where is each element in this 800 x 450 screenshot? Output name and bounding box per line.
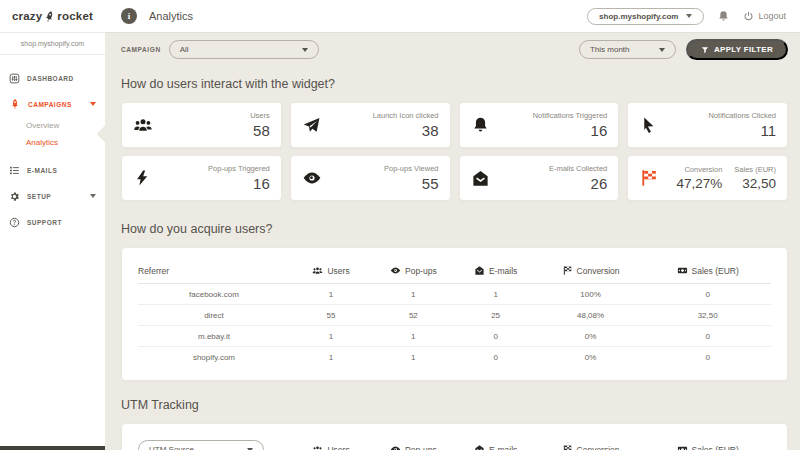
gear-icon bbox=[9, 191, 20, 202]
logout-button[interactable]: Logout bbox=[743, 11, 786, 22]
power-icon bbox=[743, 11, 754, 22]
stat-card-launch-icon-clicked: Launch Icon clicked38 bbox=[290, 102, 451, 148]
stat-label: Notifications Clicked bbox=[708, 111, 776, 120]
flag-icon bbox=[562, 265, 573, 276]
cell-conversion: 0% bbox=[537, 332, 645, 341]
logo-rocket-icon bbox=[42, 8, 58, 24]
sidebar-item-analytics[interactable]: Analytics bbox=[0, 134, 105, 151]
stat-label: Users bbox=[250, 111, 270, 120]
eye-icon bbox=[390, 265, 401, 276]
cell-popups: 1 bbox=[372, 332, 454, 341]
column-header-label: Sales (EUR) bbox=[692, 266, 739, 276]
sidebar-item-label: CAMPAIGNS bbox=[28, 101, 72, 108]
column-header-label: E-mails bbox=[489, 445, 517, 450]
analytics-app: crazy rocket shop.myshopify.com DASHBOAR… bbox=[0, 0, 800, 450]
sidebar-item-campaigns[interactable]: CAMPAIGNS bbox=[0, 91, 105, 117]
logo-text-right: rocket bbox=[57, 10, 93, 22]
cell-referrer: m.ebay.it bbox=[138, 332, 290, 341]
cell-emails: 0 bbox=[454, 353, 536, 362]
period-select[interactable]: This month bbox=[579, 40, 676, 59]
users-icon bbox=[312, 265, 323, 276]
rocket-icon bbox=[9, 98, 21, 110]
column-header-sales: Sales (EUR) bbox=[644, 444, 771, 450]
topbar: i Analytics shop.myshopify.com Logout bbox=[105, 0, 800, 33]
column-header-users: Users bbox=[290, 444, 372, 450]
cell-referrer: direct bbox=[138, 311, 290, 320]
stat-card-notifications-triggered: Notifications Triggered16 bbox=[459, 102, 620, 148]
stat-card-emails-collected: E-mails Collected26 bbox=[459, 155, 620, 201]
cell-emails: 0 bbox=[454, 332, 536, 341]
logout-label: Logout bbox=[758, 11, 786, 21]
stat-value: 55 bbox=[384, 175, 438, 192]
stat-cards-grid: Users58 Launch Icon clicked38 Notificati… bbox=[121, 102, 788, 201]
stat-label: Pop-ups Viewed bbox=[384, 164, 438, 173]
campaign-filter-label: CAMPAIGN bbox=[121, 46, 161, 53]
topbar-right: shop.myshopify.com Logout bbox=[587, 8, 786, 25]
column-header-label: E-mails bbox=[489, 266, 517, 276]
stat-value: 11 bbox=[708, 122, 776, 139]
cell-popups: 1 bbox=[372, 290, 454, 299]
column-header-users: Users bbox=[290, 265, 372, 276]
banknote-icon bbox=[677, 444, 688, 450]
acquire-heading: How do you acquire users? bbox=[121, 222, 788, 236]
envelope-icon bbox=[474, 444, 485, 450]
stat-value: 16 bbox=[208, 175, 270, 192]
stat-value: 16 bbox=[533, 122, 608, 139]
lightning-icon bbox=[133, 169, 151, 187]
bell-icon[interactable] bbox=[717, 10, 730, 23]
cell-referrer: shopify.com bbox=[138, 353, 290, 362]
campaign-select[interactable]: All bbox=[169, 40, 319, 59]
sidebar-item-label: SUPPORT bbox=[27, 219, 62, 226]
apply-filter-label: APPLY FILTER bbox=[714, 45, 773, 54]
cell-referrer: facebook.com bbox=[138, 290, 290, 299]
sidebar-item-dashboard[interactable]: DASHBOARD bbox=[0, 65, 105, 91]
sidebar-item-label: E-MAILS bbox=[27, 167, 57, 174]
utm-heading: UTM Tracking bbox=[121, 398, 788, 412]
apply-filter-button[interactable]: APPLY FILTER bbox=[686, 39, 788, 60]
stat-card-popups-triggered: Pop-ups Triggered16 bbox=[121, 155, 282, 201]
banknote-icon bbox=[677, 265, 688, 276]
users-icon bbox=[133, 115, 153, 135]
shop-selector-button[interactable]: shop.myshopify.com bbox=[587, 8, 704, 25]
sidebar-item-setup[interactable]: SETUP bbox=[0, 183, 105, 209]
shop-selector-label: shop.myshopify.com bbox=[599, 12, 678, 21]
utm-tracking-panel: UTM Source Users Pop-ups E-mail bbox=[121, 423, 788, 450]
sidebar-item-overview[interactable]: Overview bbox=[0, 117, 105, 134]
sidebar-footer-bar bbox=[0, 446, 105, 450]
info-icon: i bbox=[121, 8, 137, 24]
stat-label: Pop-ups Triggered bbox=[208, 164, 270, 173]
stat-card-popups-viewed: Pop-ups Viewed55 bbox=[290, 155, 451, 201]
logo: crazy rocket bbox=[0, 0, 105, 33]
column-header-label: Users bbox=[327, 266, 349, 276]
stat-card-users: Users58 bbox=[121, 102, 282, 148]
envelope-icon bbox=[474, 265, 485, 276]
sidebar-item-support[interactable]: SUPPORT bbox=[0, 209, 105, 235]
chevron-down-icon bbox=[90, 102, 96, 106]
utm-source-cell: UTM Source bbox=[138, 440, 290, 450]
stat-label: Launch Icon clicked bbox=[373, 111, 439, 120]
column-header-label: Users bbox=[327, 445, 349, 450]
envelope-icon bbox=[471, 169, 490, 188]
sidebar-item-label: DASHBOARD bbox=[27, 75, 74, 82]
cell-conversion: 100% bbox=[537, 290, 645, 299]
content: How do users interact with the widget? U… bbox=[105, 77, 800, 450]
cell-sales: 32,50 bbox=[644, 311, 771, 320]
column-header-conversion: Conversion bbox=[537, 444, 645, 450]
table-row: facebook.com 1 1 1 100% 0 bbox=[138, 284, 771, 305]
sidebar-item-emails[interactable]: E-MAILS bbox=[0, 157, 105, 183]
cell-popups: 1 bbox=[372, 353, 454, 362]
main-area: i Analytics shop.myshopify.com Logout CA… bbox=[105, 0, 800, 450]
stat-card-conversion-sales: Conversion47,27% Sales (EUR)32,50 bbox=[627, 155, 788, 201]
utm-source-value: UTM Source bbox=[149, 445, 194, 450]
stat-label: Notifications Triggered bbox=[533, 111, 608, 120]
utm-source-select[interactable]: UTM Source bbox=[138, 440, 264, 450]
cell-sales: 0 bbox=[644, 332, 771, 341]
logo-text-left: crazy bbox=[12, 10, 42, 22]
column-header-sales: Sales (EUR) bbox=[644, 265, 771, 276]
eye-icon bbox=[390, 444, 401, 450]
cell-conversion: 48,08% bbox=[537, 311, 645, 320]
checkered-flag-icon bbox=[639, 168, 659, 188]
sidebar-item-label: SETUP bbox=[27, 193, 51, 200]
column-header-referrer: Referrer bbox=[138, 266, 290, 276]
chevron-down-icon bbox=[659, 48, 665, 52]
